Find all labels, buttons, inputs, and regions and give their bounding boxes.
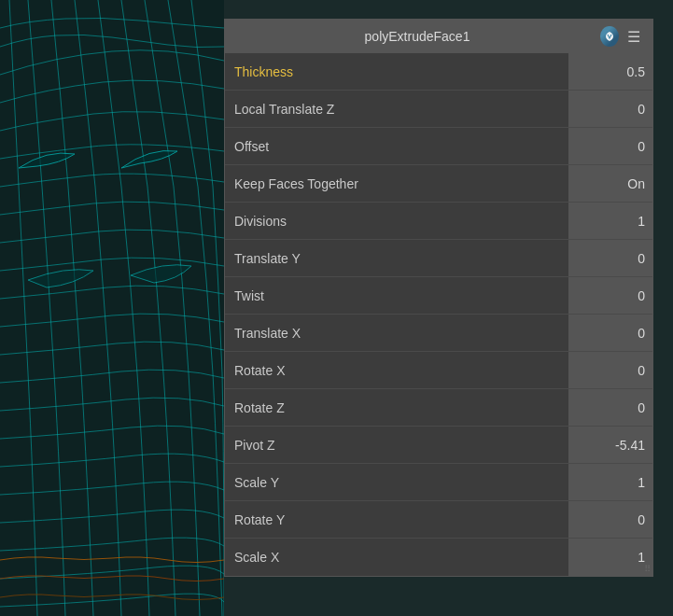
property-row: Twist0 <box>225 277 652 315</box>
property-row: Translate X0 <box>225 315 652 352</box>
property-value[interactable]: -5.41 <box>568 427 652 463</box>
property-label: Pivot Z <box>225 438 568 453</box>
property-row: Pivot Z-5.41 <box>225 427 652 464</box>
property-value[interactable]: 1 <box>568 464 652 500</box>
menu-button[interactable]: ☰ <box>624 27 643 46</box>
property-value[interactable]: 0 <box>568 128 652 164</box>
property-row: Translate Y0 <box>225 240 652 277</box>
property-value[interactable]: 1 <box>568 203 652 239</box>
property-row: Scale Y1 <box>225 464 652 501</box>
viewport <box>0 0 224 616</box>
panel-header: polyExtrudeFace1 ☰ <box>225 20 652 53</box>
property-value[interactable]: 0 <box>568 352 652 388</box>
panel-title: polyExtrudeFace1 <box>234 29 600 44</box>
property-row: Rotate Y0 <box>225 501 652 539</box>
property-value[interactable]: 0.5 <box>568 53 652 90</box>
property-row: Rotate X0 <box>225 352 652 389</box>
property-label: Local Translate Z <box>225 102 568 117</box>
property-label: Rotate Z <box>225 400 568 415</box>
property-label: Translate X <box>225 326 568 341</box>
property-label: Offset <box>225 139 568 154</box>
property-label: Scale X <box>225 550 568 565</box>
panel-header-icons: ☰ <box>600 27 643 46</box>
property-label: Rotate Y <box>225 512 568 527</box>
property-row: Divisions1 <box>225 203 652 240</box>
property-row: Thickness0.5 <box>225 53 652 91</box>
property-label: Translate Y <box>225 251 568 266</box>
property-label: Scale Y <box>225 475 568 490</box>
property-row: Scale X1 <box>225 539 652 576</box>
properties-list: Thickness0.5Local Translate Z0Offset0Kee… <box>225 53 652 576</box>
property-value[interactable]: 0 <box>568 277 652 314</box>
maya-icon <box>600 26 619 47</box>
property-label: Twist <box>225 288 568 303</box>
property-row: Offset0 <box>225 128 652 165</box>
property-value[interactable]: 0 <box>568 389 652 426</box>
property-value[interactable]: 0 <box>568 240 652 276</box>
property-value[interactable]: 1 <box>568 539 652 576</box>
property-row: Rotate Z0 <box>225 389 652 427</box>
svg-rect-0 <box>0 0 224 616</box>
property-row: Keep Faces TogetherOn <box>225 165 652 203</box>
hamburger-icon: ☰ <box>627 28 640 46</box>
property-label: Divisions <box>225 214 568 229</box>
property-label: Rotate X <box>225 363 568 378</box>
property-value[interactable]: 0 <box>568 501 652 538</box>
property-value[interactable]: 0 <box>568 91 652 127</box>
properties-panel: polyExtrudeFace1 ☰ Thickness0.5Local Tra… <box>224 19 653 577</box>
property-value[interactable]: 0 <box>568 315 652 351</box>
property-value[interactable]: On <box>568 165 652 202</box>
resize-handle[interactable]: ⠿ <box>644 565 651 574</box>
property-label: Thickness <box>225 64 568 79</box>
maya-logo-button[interactable] <box>600 27 619 46</box>
property-label: Keep Faces Together <box>225 176 568 191</box>
property-row: Local Translate Z0 <box>225 91 652 128</box>
